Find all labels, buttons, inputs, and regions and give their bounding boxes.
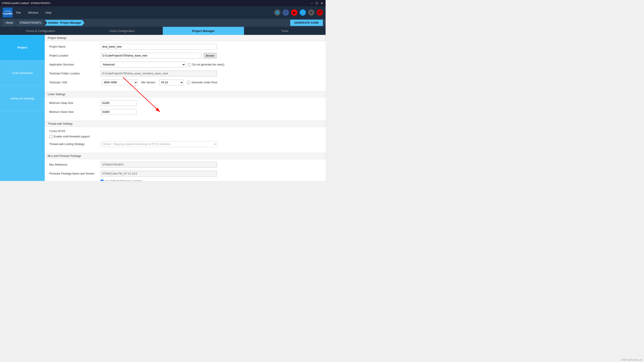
browse-location-button[interactable]: Browse: [204, 53, 217, 58]
firmware-name-label: Firmware Package Name and Version: [49, 172, 98, 175]
thread-locking-row: Thread-safe Locking Strategy Default - M…: [49, 141, 321, 147]
mcu-reference-input[interactable]: [100, 162, 217, 168]
youtube-icon[interactable]: ▶: [291, 9, 298, 16]
app-title: STM32CubeMX Untitled*: STM32H750VBTx: [2, 2, 50, 4]
app-structure-select[interactable]: Advanced Basic: [100, 62, 186, 67]
toolchain-folder-label: Toolchain Folder Location: [49, 72, 98, 75]
toolchain-ide-select[interactable]: MDK-ARM EWARM STM32CubeIDE Makefile: [102, 79, 138, 85]
generate-under-root-label: Generate Under Root: [187, 81, 217, 84]
twitter-icon[interactable]: 🐦: [300, 9, 306, 16]
use-default-fw-checkbox[interactable]: [100, 180, 104, 181]
nav-menu: File Window Help: [16, 11, 52, 14]
sidebar-item-code-generator[interactable]: Code Generator: [0, 60, 45, 86]
generate-under-root-checkbox[interactable]: [187, 81, 190, 84]
content-area: Project Settings Project Name Project Lo…: [45, 35, 326, 181]
toolchain-ide-label: Toolchain / IDE: [49, 81, 98, 84]
nav-file[interactable]: File: [16, 11, 21, 14]
min-heap-label: Minimum Heap Size: [49, 101, 98, 105]
sidebar: Project Code Generator Advanced Settings: [0, 35, 45, 181]
do-not-generate-checkbox-label: Do not generate the main(): [188, 63, 224, 66]
toolchain-ide-row: Toolchain / IDE MDK-ARM EWARM STM32CubeI…: [49, 79, 321, 85]
minimize-button[interactable]: −: [310, 1, 314, 5]
enable-multithreaded-checkbox[interactable]: [49, 135, 52, 138]
project-settings-body: Project Name Project Location Browse App…: [45, 41, 326, 91]
generate-code-button[interactable]: GENERATE CODE: [290, 20, 323, 26]
firmware-name-input[interactable]: [100, 171, 217, 177]
min-stack-row: Minimum Stack Size: [49, 109, 321, 115]
app-structure-label: Application Structure: [49, 63, 98, 66]
header: STM32 CubeMX File Window Help 🌐 f ▶ 🐦 ✦ …: [0, 6, 326, 19]
cortex-label: Cortex-M7NS: [49, 130, 321, 133]
main-layout: Project Code Generator Advanced Settings: [0, 35, 326, 181]
enable-multithreaded-row: Enable multi-threaded support: [49, 135, 321, 138]
nav-help[interactable]: Help: [46, 11, 52, 14]
facebook-icon[interactable]: f: [283, 9, 289, 16]
min-heap-row: Minimum Heap Size: [49, 100, 321, 106]
mcu-firmware-body: Mcu Reference Firmware Package Name and …: [45, 159, 326, 181]
project-settings-section-header: Project Settings: [45, 35, 326, 41]
globe-icon[interactable]: 🌐: [274, 9, 280, 16]
project-name-input[interactable]: [100, 44, 217, 50]
thread-safe-body: Cortex-M7NS Enable multi-threaded suppor…: [45, 127, 326, 153]
close-button[interactable]: ✕: [320, 1, 324, 5]
header-icons: 🌐 f ▶ 🐦 ✦ ST: [274, 9, 323, 16]
tab-project-manager[interactable]: Project Manager: [163, 27, 244, 35]
min-version-label: Min Version: [141, 81, 156, 84]
breadcrumb-mcu[interactable]: STM32H750VBTx: [16, 20, 44, 26]
mcu-reference-row: Mcu Reference: [49, 162, 321, 168]
toolchain-folder-input[interactable]: [100, 71, 217, 76]
mcu-firmware-section-header: Mcu and Firmware Package: [45, 153, 326, 159]
thread-safe-section-header: Thread-safe Settings: [45, 121, 326, 127]
title-bar: STM32CubeMX Untitled*: STM32H750VBTx − ☐…: [0, 0, 326, 6]
use-default-fw-row: Use Default Firmware Location: [49, 180, 321, 181]
restore-button[interactable]: ☐: [315, 1, 319, 5]
nav-window[interactable]: Window: [28, 11, 38, 14]
tab-clock[interactable]: Clock Configuration: [82, 27, 163, 35]
firmware-name-row: Firmware Package Name and Version: [49, 171, 321, 177]
app-structure-row: Application Structure Advanced Basic Do …: [49, 62, 321, 67]
project-location-input[interactable]: [100, 53, 201, 58]
linker-settings-section-header: Linker Settings: [45, 91, 326, 97]
project-location-label: Project Location: [49, 54, 98, 57]
min-version-select[interactable]: V5.32 V5.36: [159, 79, 184, 85]
min-stack-label: Minimum Stack Size: [49, 110, 98, 113]
tab-pinout[interactable]: Pinout & Configuration: [0, 27, 82, 35]
logo: STM32 CubeMX: [3, 7, 12, 17]
project-location-row: Project Location Browse: [49, 53, 321, 58]
header-left: STM32 CubeMX File Window Help: [3, 7, 52, 17]
min-heap-input[interactable]: [100, 100, 136, 106]
logo-bottom: CubeMX: [3, 12, 12, 15]
thread-locking-label: Thread-safe Locking Strategy: [49, 143, 98, 146]
breadcrumb: Home STM32H750VBTx Untitled - Project Ma…: [0, 19, 326, 27]
project-name-row: Project Name: [49, 44, 321, 50]
network-icon[interactable]: ✦: [308, 9, 314, 16]
breadcrumb-project-manager[interactable]: Untitled - Project Manager: [45, 20, 84, 26]
do-not-generate-checkbox[interactable]: [188, 63, 191, 66]
logo-top: STM32: [4, 10, 11, 12]
title-bar-controls[interactable]: − ☐ ✕: [310, 1, 324, 5]
thread-locking-select[interactable]: Default - Mapping suitable depending on …: [100, 141, 217, 147]
breadcrumb-home[interactable]: Home: [3, 20, 16, 26]
use-default-fw-label: Use Default Firmware Location: [100, 180, 142, 181]
tab-tools[interactable]: Tools: [244, 27, 326, 35]
tab-bar: Pinout & Configuration Clock Configurati…: [0, 27, 326, 35]
sidebar-item-advanced-settings[interactable]: Advanced Settings: [0, 86, 45, 111]
min-stack-input[interactable]: [100, 109, 136, 115]
sidebar-item-project[interactable]: Project: [0, 35, 45, 60]
linker-settings-body: Minimum Heap Size Minimum Stack Size: [45, 97, 326, 121]
title-bar-left: STM32CubeMX Untitled*: STM32H750VBTx: [2, 2, 50, 4]
toolchain-folder-row: Toolchain Folder Location: [49, 71, 321, 76]
enable-multithreaded-label: Enable multi-threaded support: [49, 135, 90, 138]
mcu-reference-label: Mcu Reference: [49, 163, 98, 166]
st-icon[interactable]: ST: [317, 9, 323, 16]
project-name-label: Project Name: [49, 45, 98, 48]
